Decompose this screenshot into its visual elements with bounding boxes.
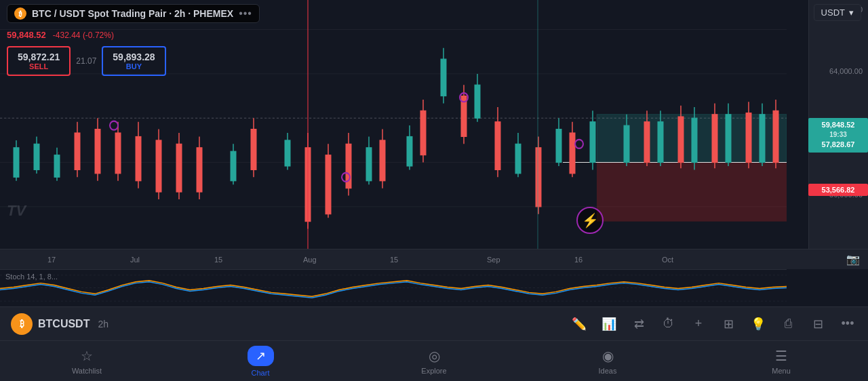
time-label-16: 16 (574, 256, 583, 264)
ideas-icon[interactable]: 💡 (749, 315, 768, 334)
oscillator-svg (0, 270, 787, 306)
svg-point-90 (575, 140, 583, 148)
sell-label: SELL (18, 62, 60, 71)
time-label-jul: Jul (130, 256, 140, 264)
sell-button[interactable]: 59,872.21 SELL (7, 46, 71, 76)
spot-price: 59,848.52 (7, 30, 46, 40)
more-options-icon[interactable]: ••• (239, 7, 252, 20)
time-label-sep: Sep (487, 256, 500, 264)
time-label-oct: Oct (662, 256, 673, 264)
toolbar-icons: ✏️ 📊 ⇄ ⏱ + ⊞ 💡 ⎙ ⊟ ••• (570, 315, 857, 334)
trade-buttons: 59,872.21 SELL 21.07 59,893.28 BUY (7, 46, 166, 76)
oscillator-panel: Stoch 14, 1, 8... (0, 269, 787, 306)
chart-canvas: TV ⚡ (0, 0, 787, 266)
price-display: 59,848.52 -432.44 (-0.72%) (7, 30, 114, 40)
explore-label: Explore (421, 367, 446, 375)
explore-icon: ◎ (429, 348, 440, 364)
ideas-label: Ideas (599, 367, 617, 375)
price-change: -432.44 (-0.72%) (53, 31, 114, 40)
btc-icon: ₿ (14, 7, 26, 20)
price-level-2: 64,000.00 (812, 67, 865, 75)
oscillator-label: Stoch 14, 1, 8... (5, 273, 58, 281)
toolbar-pair-name: BTCUSDT (38, 318, 90, 330)
menu-label: Menu (772, 367, 791, 375)
pair-title: BTC / USDT Spot Trading Pair · 2h · PHEM… (32, 8, 233, 19)
stop-price-badge: 53,566.82 (808, 184, 868, 196)
badge-stop-price: 57,828.67 (812, 140, 864, 150)
currency-label: USDT (821, 7, 845, 18)
time-axis: 17 Jul 15 Aug 15 Sep 16 Oct 📷 (0, 249, 868, 269)
badge-price: 59,848.52 (812, 120, 864, 130)
time-label-17: 17 (47, 256, 56, 264)
chart-toolbar: ₿ BTCUSDT 2h ✏️ 📊 ⇄ ⏱ + ⊞ 💡 ⎙ ⊟ ••• (0, 306, 868, 340)
nav-explore[interactable]: ◎ Explore (347, 342, 521, 380)
drawing-tools-icon[interactable]: ✏️ (570, 315, 589, 334)
lightning-button[interactable]: ⚡ (576, 207, 604, 234)
current-price-badge: 59,848.52 19:33 57,828.67 (808, 118, 868, 153)
dropdown-arrow-icon: ▾ (849, 7, 854, 18)
stop-loss-price: 53,566.82 (822, 186, 855, 194)
pair-info[interactable]: ₿ BTC / USDT Spot Trading Pair · 2h · PH… (7, 4, 260, 23)
time-label-15a: 15 (214, 256, 222, 264)
chart-nav-icon: ↗ (256, 349, 266, 363)
currency-dropdown[interactable]: USDT ▾ (814, 4, 861, 21)
spread-value: 21.07 (76, 56, 96, 66)
time-label-15b: 15 (390, 256, 398, 264)
layout-icon[interactable]: ⊞ (719, 315, 738, 334)
compare-icon[interactable]: ⇄ (629, 315, 648, 334)
buy-label: BUY (113, 62, 155, 71)
publish-icon[interactable]: ⎙ (778, 315, 797, 334)
sell-price: 59,872.21 (18, 52, 60, 62)
nav-menu[interactable]: ☰ Menu (694, 342, 868, 380)
price-chart-svg (0, 0, 787, 266)
screener-icon[interactable]: ⊟ (808, 315, 827, 334)
ideas-nav-icon: ◉ (602, 348, 614, 364)
watchlist-label: Watchlist (72, 367, 102, 375)
btcusdt-icon: ₿ (11, 313, 33, 335)
nav-watchlist[interactable]: ☆ Watchlist (0, 342, 174, 380)
badge-time: 19:33 (812, 130, 864, 140)
svg-point-87 (110, 121, 118, 130)
nav-ideas[interactable]: ◉ Ideas (521, 342, 694, 380)
top-bar: ₿ BTC / USDT Spot Trading Pair · 2h · PH… (0, 0, 868, 27)
indicators-icon[interactable]: 📊 (599, 315, 618, 334)
add-alert-icon[interactable]: + (689, 315, 708, 334)
nav-chart[interactable]: ↗ Chart (174, 340, 347, 382)
chart-label: Chart (252, 369, 270, 377)
watchlist-icon: ☆ (81, 348, 93, 364)
buy-price: 59,893.28 (113, 52, 155, 62)
toolbar-timeframe[interactable]: 2h (98, 319, 108, 329)
tradingview-watermark: TV (7, 202, 26, 220)
bottom-navigation: ☆ Watchlist ↗ Chart ◎ Explore ◉ Ideas ☰ … (0, 340, 868, 381)
svg-rect-6 (597, 163, 787, 222)
buy-button[interactable]: 59,893.28 BUY (102, 46, 165, 76)
menu-icon: ☰ (775, 348, 787, 364)
toolbar-more-icon[interactable]: ••• (838, 315, 857, 334)
time-label-aug: Aug (303, 256, 317, 264)
snapshot-icon[interactable]: 📷 (846, 253, 860, 266)
replay-icon[interactable]: ⏱ (659, 315, 678, 334)
